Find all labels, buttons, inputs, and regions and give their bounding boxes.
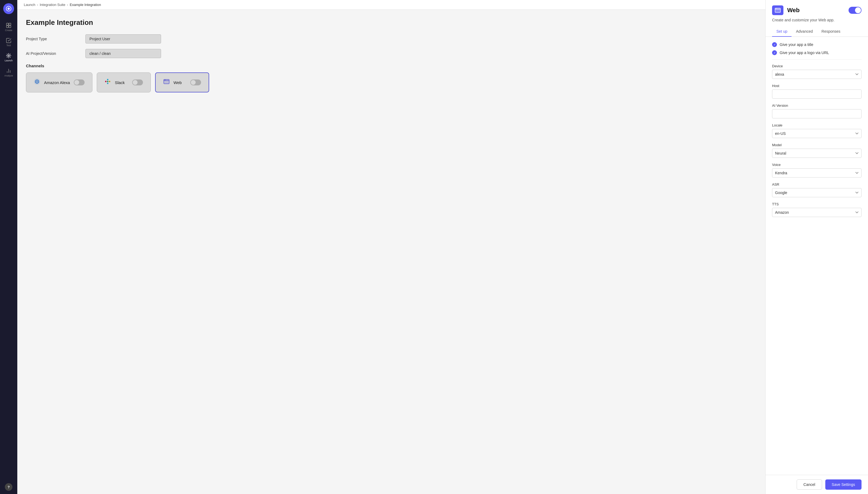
svg-rect-5 [9,26,11,27]
slack-name: Slack [115,80,128,85]
field-tts-select[interactable]: Amazon Google Azure [772,208,862,217]
field-host-label: Host [772,84,862,88]
svg-rect-3 [9,23,11,25]
right-panel: Web Create and customize your Web app. S… [765,0,868,494]
tab-responses[interactable]: Responses [817,26,845,37]
save-button[interactable]: Save Settings [825,479,862,490]
svg-rect-16 [109,81,110,82]
breadcrumb: Launch › Integration Suite › Example Int… [17,0,765,10]
main-content: Launch › Integration Suite › Example Int… [17,0,765,494]
field-locale-label: Locale [772,123,862,127]
panel-tabs: Set up Advanced Responses [766,26,868,37]
field-device-select[interactable]: alexa web mobile [772,70,862,79]
panel-footer: Cancel Save Settings [766,475,868,494]
checklist-item-2: ✓ Give your app a logo via URL [772,50,862,55]
panel-title: Web [787,7,799,14]
logo[interactable] [3,3,14,14]
field-ai-version-input[interactable] [772,109,862,118]
breadcrumb-sep-1: › [37,3,38,7]
channel-amazon-alexa[interactable]: Amazon Alexa [26,72,92,92]
channel-web[interactable]: Web [155,72,209,92]
alexa-name: Amazon Alexa [44,80,70,85]
field-device: Device alexa web mobile [772,64,862,79]
svg-rect-15 [107,81,108,82]
channels-row: Amazon Alexa Slack [26,72,757,92]
sidebar-item-test[interactable]: Test [2,36,15,49]
svg-rect-17 [107,83,108,84]
project-type-label: Project Type [26,37,85,41]
field-ai-version: AI Version [772,103,862,118]
web-icon [163,78,170,87]
sidebar-bottom: ? [5,483,13,491]
field-voice-select[interactable]: Kendra Joanna Matthew [772,168,862,177]
panel-web-icon [772,5,784,15]
sidebar-item-analyze[interactable]: Analyze [2,66,15,79]
panel-enable-toggle[interactable] [849,7,862,14]
cancel-button[interactable]: Cancel [797,479,822,490]
web-toggle[interactable] [190,79,201,86]
page-body: Example Integration Project Type Project… [17,10,765,494]
breadcrumb-launch[interactable]: Launch [24,3,35,7]
svg-point-26 [776,8,776,9]
ai-project-row: AI Project/Version clean / clean [26,49,757,58]
check-icon-2: ✓ [772,50,777,55]
svg-rect-2 [6,23,8,25]
svg-rect-4 [6,26,8,27]
help-button[interactable]: ? [5,483,13,491]
panel-content: ✓ Give your app a title ✓ Give your app … [766,37,868,475]
svg-rect-14 [107,79,108,80]
svg-rect-13 [105,81,107,82]
slack-icon [104,78,111,87]
panel-title-row: Web [772,5,799,15]
field-tts-label: TTS [772,202,862,206]
ai-project-label: AI Project/Version [26,51,85,56]
check-icon-1: ✓ [772,42,777,47]
field-locale: Locale en-US en-GB fr-FR de-DE [772,123,862,138]
svg-point-22 [165,80,166,80]
checklist-item-1: ✓ Give your app a title [772,42,862,47]
project-type-value: Project User [85,34,161,43]
alexa-icon [34,78,40,87]
sidebar: Create Test Launch Analyze ? [0,0,17,494]
slack-toggle[interactable] [132,79,143,86]
field-model-select[interactable]: Neural Standard [772,149,862,158]
checklist-label-2: Give your app a logo via URL [779,51,829,55]
tab-advanced[interactable]: Advanced [792,26,817,37]
field-model: Model Neural Standard [772,143,862,158]
field-host: Host [772,84,862,99]
breadcrumb-current: Example Integration [70,3,101,7]
field-locale-select[interactable]: en-US en-GB fr-FR de-DE [772,129,862,138]
field-voice-label: Voice [772,163,862,167]
field-asr: ASR Google Amazon Azure [772,183,862,197]
field-ai-version-label: AI Version [772,103,862,108]
svg-point-27 [776,8,777,9]
channel-slack[interactable]: Slack [97,72,151,92]
field-asr-select[interactable]: Google Amazon Azure [772,188,862,197]
tab-setup[interactable]: Set up [772,26,792,37]
project-type-row: Project Type Project User [26,34,757,43]
channels-label: Channels [26,63,757,68]
field-host-input[interactable] [772,90,862,99]
page-title: Example Integration [26,18,757,27]
field-model-label: Model [772,143,862,147]
alexa-toggle[interactable] [74,79,84,86]
svg-point-1 [7,7,10,10]
field-device-label: Device [772,64,862,68]
field-asr-label: ASR [772,183,862,187]
sidebar-item-create[interactable]: Create [2,21,15,34]
sidebar-item-launch[interactable]: Launch [2,51,15,64]
svg-point-21 [164,80,165,80]
panel-divider [772,59,862,60]
breadcrumb-integration-suite[interactable]: Integration Suite [40,3,65,7]
field-voice: Voice Kendra Joanna Matthew [772,163,862,177]
web-name: Web [173,80,187,85]
breadcrumb-sep-2: › [67,3,68,7]
field-tts: TTS Amazon Google Azure [772,202,862,217]
ai-project-value: clean / clean [85,49,161,58]
panel-header: Web [766,0,868,15]
svg-point-12 [37,81,38,82]
panel-subtitle: Create and customize your Web app. [766,15,868,26]
checklist-label-1: Give your app a title [779,42,813,47]
svg-point-6 [8,55,9,56]
